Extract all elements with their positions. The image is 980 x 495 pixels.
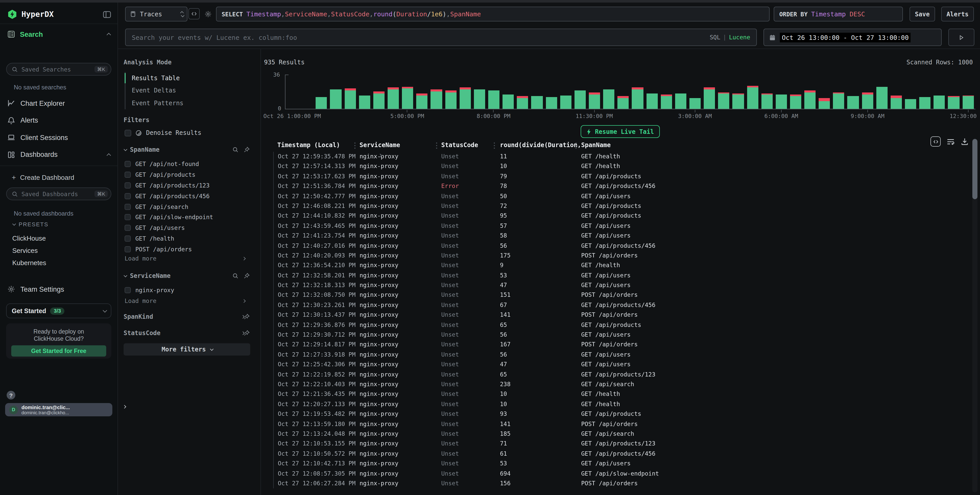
- spanname-load-more[interactable]: Load more: [125, 255, 156, 262]
- preset-services[interactable]: Services: [12, 247, 38, 255]
- search-icon[interactable]: [232, 273, 239, 279]
- row-expand-chevron[interactable]: [261, 231, 273, 241]
- chart-bar[interactable]: [760, 75, 774, 109]
- filter-group-statuscode-header[interactable]: StatusCode: [124, 329, 255, 337]
- chart-bar[interactable]: [947, 75, 961, 109]
- checkbox[interactable]: [125, 172, 131, 178]
- checkbox[interactable]: [125, 214, 131, 220]
- table-row[interactable]: Oct 27 12:10:50.572 PMnginx-proxyUnset61…: [261, 449, 968, 459]
- save-button[interactable]: Save: [910, 6, 935, 21]
- table-row[interactable]: Oct 27 12:32:18.313 PMnginx-proxyUnset47…: [261, 280, 968, 290]
- table-row[interactable]: Oct 27 12:22:19.852 PMnginx-proxyUnset65…: [261, 369, 968, 380]
- pin-icon[interactable]: [243, 314, 250, 320]
- row-expand-chevron[interactable]: [261, 479, 273, 489]
- chart-bar[interactable]: [544, 75, 558, 109]
- table-row[interactable]: Oct 27 12:29:14.817 PMnginx-proxyUnset16…: [261, 340, 968, 350]
- filter-option[interactable]: GET /api/users: [125, 223, 255, 234]
- sidebar-item-search[interactable]: Search: [7, 28, 110, 40]
- column-resize-handle[interactable]: [436, 143, 437, 149]
- chart-bar[interactable]: [774, 75, 789, 109]
- row-expand-chevron[interactable]: [261, 419, 273, 429]
- user-profile-chip[interactable]: D dominic.tran@clic... dominic.tran@clic…: [5, 403, 112, 416]
- table-row[interactable]: Oct 27 12:30:13.437 PMnginx-proxyUnset14…: [261, 310, 968, 320]
- chart-bar[interactable]: [731, 75, 745, 109]
- row-expand-chevron[interactable]: [261, 380, 273, 390]
- get-started-toggle[interactable]: Get Started 3/3: [6, 304, 111, 318]
- filter-option[interactable]: GET /api/products: [125, 170, 255, 180]
- table-row[interactable]: Oct 27 12:51:36.784 PMnginx-proxyError78…: [261, 181, 968, 191]
- column-resize-handle[interactable]: [576, 143, 577, 149]
- chart-bar[interactable]: [386, 75, 400, 109]
- checkbox[interactable]: [125, 246, 131, 252]
- chart-bar[interactable]: [601, 75, 616, 109]
- table-row[interactable]: Oct 27 12:20:27.133 PMnginx-proxyUnset10…: [261, 400, 968, 409]
- row-expand-chevron[interactable]: [261, 172, 273, 181]
- table-row[interactable]: Oct 27 12:36:54.210 PMnginx-proxyUnset9G…: [261, 261, 968, 271]
- orderby-clause-input[interactable]: ORDER BY Timestamp DESC: [774, 6, 903, 21]
- row-expand-chevron[interactable]: [261, 429, 273, 439]
- table-row[interactable]: Oct 27 12:19:53.482 PMnginx-proxyUnset93…: [261, 409, 968, 419]
- code-view-button[interactable]: [188, 8, 200, 19]
- table-row[interactable]: Oct 27 12:46:08.221 PMnginx-proxyUnset72…: [261, 201, 968, 211]
- chart-bar[interactable]: [716, 75, 731, 109]
- chart-bar[interactable]: [400, 75, 415, 109]
- chart-bar[interactable]: [314, 75, 329, 109]
- table-row[interactable]: Oct 27 12:29:36.876 PMnginx-proxyUnset65…: [261, 320, 968, 330]
- col-duration[interactable]: round(divide(Duration,: [500, 142, 581, 151]
- table-row[interactable]: Oct 27 12:08:57.305 PMnginx-proxyUnset69…: [261, 469, 968, 479]
- table-row[interactable]: Oct 27 12:22:10.403 PMnginx-proxyUnset23…: [261, 380, 968, 390]
- chart-bar[interactable]: [645, 75, 659, 109]
- sidebar-collapse-icon[interactable]: [103, 10, 111, 19]
- chart-bar[interactable]: [846, 75, 860, 109]
- row-expand-chevron[interactable]: [261, 449, 273, 459]
- filter-option[interactable]: GET /api/products/456: [125, 191, 255, 202]
- chart-bar[interactable]: [702, 75, 716, 109]
- get-started-free-button[interactable]: Get Started for Free: [11, 345, 106, 357]
- row-expand-chevron[interactable]: [261, 280, 273, 290]
- filter-option[interactable]: POST /api/orders: [125, 244, 255, 255]
- checkbox[interactable]: [125, 193, 131, 199]
- row-expand-chevron[interactable]: [261, 241, 273, 251]
- chart-bar[interactable]: [659, 75, 673, 109]
- table-row[interactable]: Oct 27 12:57:14.313 PMnginx-proxyUnset10…: [261, 162, 968, 172]
- pin-icon[interactable]: [243, 273, 250, 279]
- chart-bar[interactable]: [444, 75, 458, 109]
- table-row[interactable]: Oct 27 12:59:35.478 PMnginx-proxyUnset11…: [261, 152, 968, 162]
- row-expand-chevron[interactable]: [261, 310, 273, 320]
- checkbox[interactable]: [125, 182, 131, 188]
- chart-bar[interactable]: [515, 75, 530, 109]
- chart-bar[interactable]: [789, 75, 803, 109]
- table-row[interactable]: Oct 27 12:25:42.306 PMnginx-proxyUnset47…: [261, 360, 968, 369]
- chart-bar[interactable]: [501, 75, 515, 109]
- denoise-results-option[interactable]: Denoise Results: [125, 129, 202, 136]
- preset-clickhouse[interactable]: ClickHouse: [12, 234, 46, 242]
- pin-icon[interactable]: [243, 146, 250, 153]
- chart-bar[interactable]: [932, 75, 947, 109]
- filter-option[interactable]: nginx-proxy: [125, 285, 255, 296]
- scrollbar-track[interactable]: [972, 138, 977, 492]
- presets-toggle[interactable]: PRESETS: [12, 221, 49, 227]
- chart-bar[interactable]: [530, 75, 544, 109]
- table-row[interactable]: Oct 27 12:53:17.623 PMnginx-proxyUnset79…: [261, 172, 968, 181]
- filter-option[interactable]: GET /api/search: [125, 201, 255, 212]
- chart-bar[interactable]: [285, 75, 300, 109]
- select-clause-input[interactable]: SELECT Timestamp,ServiceName,StatusCode,…: [216, 6, 770, 21]
- saved-dashboards-input[interactable]: Saved Dashboards ⌘K: [6, 188, 111, 200]
- row-expand-chevron[interactable]: [261, 211, 273, 221]
- row-expand-chevron[interactable]: [261, 271, 273, 280]
- checkbox[interactable]: [125, 225, 131, 231]
- help-button[interactable]: ?: [6, 391, 15, 400]
- table-row[interactable]: Oct 27 12:10:53.155 PMnginx-proxyUnset71…: [261, 439, 968, 449]
- row-expand-chevron[interactable]: [261, 459, 273, 469]
- chart-bar[interactable]: [875, 75, 889, 109]
- row-expand-chevron[interactable]: [261, 360, 273, 369]
- chart-bar[interactable]: [343, 75, 357, 109]
- table-row[interactable]: Oct 27 12:40:27.016 PMnginx-proxyUnset56…: [261, 241, 968, 251]
- chart-bar[interactable]: [429, 75, 444, 109]
- column-resize-handle[interactable]: [494, 143, 495, 149]
- chart-bar[interactable]: [688, 75, 702, 109]
- chart-bar[interactable]: [487, 75, 501, 109]
- row-expand-chevron[interactable]: [261, 469, 273, 479]
- row-expand-chevron[interactable]: [261, 221, 273, 231]
- table-row[interactable]: Oct 27 12:30:23.261 PMnginx-proxyUnset67…: [261, 300, 968, 310]
